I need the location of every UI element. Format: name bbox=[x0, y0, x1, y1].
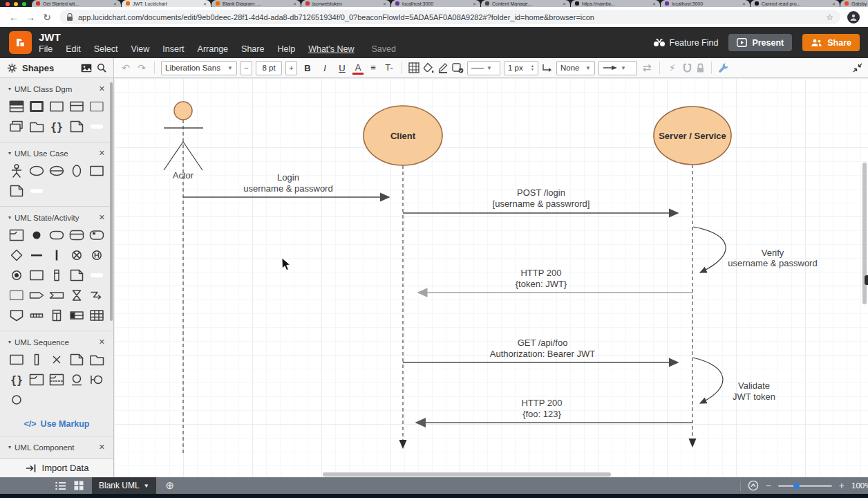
section-uml-class[interactable]: ▾ UML Class Dgm ✕ bbox=[0, 78, 113, 96]
section-uml-state-activity[interactable]: ▾ UML State/Activity ✕ bbox=[0, 207, 113, 225]
fit-to-window-icon[interactable] bbox=[748, 480, 759, 491]
shape-action-icon[interactable] bbox=[87, 226, 106, 243]
collapse-triangle-icon[interactable]: ▾ bbox=[8, 150, 11, 156]
shape-options-icon[interactable] bbox=[452, 62, 464, 73]
line-color-icon[interactable] bbox=[437, 62, 449, 73]
shape-note-icon[interactable] bbox=[67, 351, 86, 368]
zoom-slider-handle[interactable] bbox=[793, 483, 800, 489]
lock-icon[interactable] bbox=[696, 63, 705, 73]
shape-hbar-icon[interactable] bbox=[27, 246, 46, 264]
use-markup-link[interactable]: </> Use Markup bbox=[0, 412, 113, 433]
share-button[interactable]: Share bbox=[802, 34, 860, 51]
table-icon[interactable] bbox=[408, 62, 419, 73]
shape-control-icon[interactable] bbox=[7, 391, 26, 408]
shape-text-icon[interactable] bbox=[87, 266, 106, 284]
browser-tab[interactable]: Gatsby + Netlif...✕ bbox=[840, 0, 868, 7]
shape-note-icon[interactable] bbox=[67, 266, 86, 284]
collapse-triangle-icon[interactable]: ▾ bbox=[8, 444, 11, 450]
browser-tab[interactable]: Get Started wit...✕ bbox=[32, 0, 121, 7]
shape-ellipse-icon[interactable] bbox=[27, 162, 46, 179]
menu-whats-new[interactable]: What's New bbox=[308, 44, 354, 54]
text-align-button[interactable]: ≡ bbox=[367, 61, 379, 75]
close-section-icon[interactable]: ✕ bbox=[99, 443, 105, 452]
font-select[interactable]: Liberation Sans▼ bbox=[161, 61, 237, 75]
tab-close-icon[interactable]: ✕ bbox=[652, 1, 656, 6]
import-data-button[interactable]: Import Data bbox=[0, 458, 114, 477]
font-size-value[interactable]: 8 pt bbox=[256, 61, 282, 75]
browser-tab[interactable]: Cannot read pro...✕ bbox=[751, 0, 840, 7]
line-start-select[interactable]: None▼ bbox=[556, 61, 595, 75]
wrench-icon[interactable] bbox=[718, 62, 729, 73]
participant-server[interactable]: Server / Service bbox=[654, 107, 731, 165]
shape-entity-icon[interactable] bbox=[67, 371, 86, 388]
zoom-out-button[interactable]: − bbox=[766, 480, 771, 491]
tab-close-icon[interactable]: ✕ bbox=[563, 1, 566, 6]
shape-class-icon[interactable] bbox=[7, 98, 26, 115]
line-width-stepper[interactable]: 1 px▲▼ bbox=[504, 61, 538, 75]
browser-tab[interactable]: Content Manage...✕ bbox=[481, 0, 570, 7]
shape-initial-icon[interactable] bbox=[27, 226, 46, 243]
back-icon[interactable]: ← bbox=[6, 12, 22, 23]
diagram-canvas[interactable]: Actor Client Server / Service Login user… bbox=[114, 78, 868, 477]
tab-close-icon[interactable]: ✕ bbox=[742, 1, 746, 6]
connector-type-icon[interactable] bbox=[542, 63, 553, 73]
gear-icon[interactable] bbox=[7, 63, 17, 73]
shape-rect-bold-icon[interactable] bbox=[27, 98, 46, 115]
shape-frame-icon[interactable] bbox=[7, 226, 26, 243]
bookmark-star-icon[interactable]: ☆ bbox=[826, 12, 833, 22]
document-title[interactable]: JWT bbox=[39, 31, 653, 43]
close-section-icon[interactable]: ✕ bbox=[99, 213, 105, 222]
browser-tab[interactable]: Blank Diagram: ...✕ bbox=[211, 0, 301, 7]
browser-tab-active[interactable]: JWT: Lucidchart✕ bbox=[122, 0, 211, 7]
shape-signal-send-icon[interactable] bbox=[27, 286, 46, 304]
tab-close-icon[interactable]: ✕ bbox=[113, 1, 117, 6]
text-color-button[interactable]: A bbox=[352, 63, 364, 75]
menu-view[interactable]: View bbox=[131, 44, 149, 54]
lucidchart-logo[interactable] bbox=[9, 31, 32, 54]
shape-vbar-icon[interactable] bbox=[47, 246, 66, 264]
self-message-verify[interactable]: Verify username & password bbox=[693, 227, 818, 273]
tab-close-icon[interactable]: ✕ bbox=[383, 1, 386, 6]
shape-braces-icon[interactable]: {} bbox=[47, 118, 66, 135]
window-controls[interactable] bbox=[6, 2, 26, 6]
shape-diamond-icon[interactable] bbox=[7, 246, 26, 264]
collapse-triangle-icon[interactable]: ▾ bbox=[8, 86, 11, 92]
participant-client[interactable]: Client bbox=[364, 106, 442, 165]
menu-select[interactable]: Select bbox=[94, 44, 118, 54]
menu-file[interactable]: File bbox=[39, 44, 53, 54]
shape-zigzag-icon[interactable] bbox=[87, 286, 106, 304]
collapse-triangle-icon[interactable]: ▾ bbox=[8, 214, 11, 221]
swap-endpoints-icon[interactable]: ⇄ bbox=[641, 61, 653, 75]
zoom-slider[interactable] bbox=[778, 485, 832, 487]
shape-table-col-icon[interactable] bbox=[47, 306, 66, 324]
shape-final-icon[interactable] bbox=[7, 266, 26, 284]
present-button[interactable]: Present bbox=[728, 34, 792, 51]
quick-actions-icon[interactable]: ⚡ bbox=[666, 61, 679, 75]
page-tab-blank-uml[interactable]: Blank UML ▼ bbox=[92, 477, 156, 494]
canvas-edge-marker[interactable] bbox=[865, 275, 868, 285]
canvas-horizontal-scrollbar[interactable] bbox=[323, 472, 611, 477]
tab-close-icon[interactable]: ✕ bbox=[203, 1, 207, 6]
line-style-select[interactable]: ▼ bbox=[467, 61, 500, 75]
forward-icon[interactable]: → bbox=[22, 12, 39, 23]
image-icon[interactable] bbox=[81, 64, 92, 73]
tab-close-icon[interactable]: ✕ bbox=[832, 1, 836, 6]
shape-actor-icon[interactable] bbox=[7, 162, 26, 179]
shape-table-row-icon[interactable] bbox=[67, 306, 86, 324]
self-message-validate[interactable]: Validate JWT token bbox=[692, 358, 775, 403]
shape-rect-divided-icon[interactable] bbox=[67, 98, 86, 115]
browser-tab[interactable]: jsonwebtoken✕ bbox=[301, 0, 390, 7]
bold-button[interactable]: B bbox=[301, 63, 314, 73]
magnet-icon[interactable] bbox=[682, 63, 692, 73]
tab-close-icon[interactable]: ✕ bbox=[473, 1, 476, 6]
collapse-triangle-icon[interactable]: ▾ bbox=[8, 339, 11, 345]
message-post-login[interactable]: POST /login [username & passwrord] bbox=[403, 187, 678, 213]
close-section-icon[interactable]: ✕ bbox=[99, 338, 105, 347]
tab-close-icon[interactable]: ✕ bbox=[293, 1, 296, 6]
shape-signal-receive-icon[interactable] bbox=[47, 286, 66, 304]
shape-pentagon-down-icon[interactable] bbox=[7, 306, 26, 324]
shape-note-icon[interactable] bbox=[7, 182, 26, 199]
menu-arrange[interactable]: Arrange bbox=[198, 44, 228, 54]
menu-share[interactable]: Share bbox=[241, 44, 264, 54]
menu-edit[interactable]: Edit bbox=[66, 44, 81, 54]
